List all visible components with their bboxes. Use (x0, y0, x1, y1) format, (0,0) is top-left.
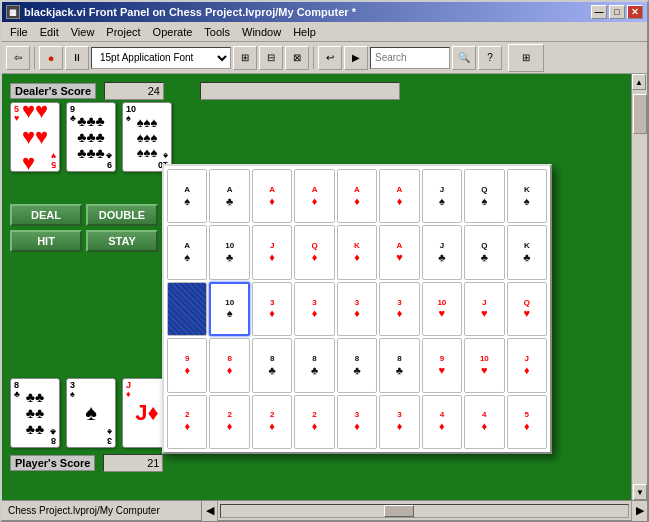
card-rank-tl: 9♣ (70, 105, 76, 123)
status-scroll-right[interactable]: ▶ (631, 501, 647, 521)
player-score-label: Player's Score (10, 455, 95, 471)
mini-card-37[interactable]: 2♦ (209, 395, 249, 449)
mini-card-16[interactable]: Q♣ (464, 225, 504, 279)
status-scroll-left[interactable]: ◀ (202, 501, 218, 521)
mini-card-34[interactable]: 10♥ (464, 338, 504, 392)
mini-card-44[interactable]: 5♦ (507, 395, 547, 449)
scrollbar-up-button[interactable]: ▲ (632, 74, 646, 90)
mini-card-35[interactable]: J♦ (507, 338, 547, 392)
mini-card-31[interactable]: 8♣ (337, 338, 377, 392)
status-scroll-thumb[interactable] (384, 505, 414, 517)
double-button[interactable]: DOUBLE (86, 204, 158, 226)
card-suit-center: ♥♥♥♥♥ (22, 102, 48, 172)
palette-button[interactable]: ⊞ (508, 44, 544, 72)
mini-card-6[interactable]: J♠ (422, 169, 462, 223)
mini-card-25[interactable]: J♥ (464, 282, 504, 336)
mini-card-29[interactable]: 8♣ (252, 338, 292, 392)
mini-card-17[interactable]: K♣ (507, 225, 547, 279)
distribute-button[interactable]: ⊟ (259, 46, 283, 70)
mini-card-10[interactable]: 10♣ (209, 225, 249, 279)
mini-card-33[interactable]: 9♥ (422, 338, 462, 392)
arrow-button[interactable]: ▶ (344, 46, 368, 70)
mini-card-8[interactable]: K♠ (507, 169, 547, 223)
player-score-row: Player's Score 21 (10, 454, 163, 472)
back-button[interactable]: ⇦ (6, 46, 30, 70)
mini-card-30[interactable]: 8♣ (294, 338, 334, 392)
mini-card-41[interactable]: 3♦ (379, 395, 419, 449)
mini-card-20[interactable]: 3♦ (252, 282, 292, 336)
resize-icon: ⊠ (293, 52, 301, 63)
menu-project[interactable]: Project (100, 24, 146, 40)
app-icon: ▦ (6, 5, 20, 19)
card-popup: A♠A♣A♦A♦A♦A♦J♠Q♠K♠A♠10♣J♦Q♦K♦A♥J♣Q♣K♣10♠… (162, 164, 552, 454)
menu-edit[interactable]: Edit (34, 24, 65, 40)
maximize-button[interactable]: □ (609, 5, 625, 19)
mini-card-18[interactable] (167, 282, 207, 336)
menu-tools[interactable]: Tools (198, 24, 236, 40)
run-icon: ● (48, 52, 55, 64)
menu-view[interactable]: View (65, 24, 101, 40)
mini-card-32[interactable]: 8♣ (379, 338, 419, 392)
mini-card-36[interactable]: 2♦ (167, 395, 207, 449)
mini-card-5[interactable]: A♦ (379, 169, 419, 223)
main-area: Dealer's Score 24 5♥ ♥♥♥♥♥ 5♥ 9♣ ♣♣♣♣ (2, 74, 647, 520)
scrollbar-down-button[interactable]: ▼ (633, 484, 647, 500)
content-area: Dealer's Score 24 5♥ ♥♥♥♥♥ 5♥ 9♣ ♣♣♣♣ (2, 74, 647, 500)
mini-card-0[interactable]: A♠ (167, 169, 207, 223)
dealer-card-1: 9♣ ♣♣♣♣♣♣♣♣♣ 9♣ (66, 102, 116, 172)
font-selector[interactable]: 15pt Application Font (91, 47, 231, 69)
align-button[interactable]: ⊞ (233, 46, 257, 70)
deal-button[interactable]: DEAL (10, 204, 82, 226)
mini-card-4[interactable]: A♦ (337, 169, 377, 223)
mini-card-3[interactable]: A♦ (294, 169, 334, 223)
menu-operate[interactable]: Operate (147, 24, 199, 40)
run-button[interactable]: ● (39, 46, 63, 70)
mini-card-9[interactable]: A♠ (167, 225, 207, 279)
mini-card-12[interactable]: Q♦ (294, 225, 334, 279)
card-rank-tl: 10♠ (126, 105, 136, 123)
close-button[interactable]: ✕ (627, 5, 643, 19)
mini-card-13[interactable]: K♦ (337, 225, 377, 279)
minimize-button[interactable]: — (591, 5, 607, 19)
status-scrollbar[interactable] (220, 504, 629, 518)
card-rank-br: 9♣ (106, 151, 112, 169)
search-input[interactable] (370, 47, 450, 69)
content-scrollbar[interactable]: ▲ ▼ (631, 74, 647, 500)
menu-file[interactable]: File (4, 24, 34, 40)
mini-card-14[interactable]: A♥ (379, 225, 419, 279)
card-rank-tl: 8♣ (14, 381, 20, 399)
dealer-indicator-bar (200, 82, 400, 100)
mini-card-38[interactable]: 2♦ (252, 395, 292, 449)
mini-card-23[interactable]: 3♦ (379, 282, 419, 336)
hit-button[interactable]: HIT (10, 230, 82, 252)
mini-card-19[interactable]: 10♠ (209, 282, 249, 336)
search-button[interactable]: 🔍 (452, 46, 476, 70)
mini-card-26[interactable]: Q♥ (507, 282, 547, 336)
mini-card-2[interactable]: A♦ (252, 169, 292, 223)
scrollbar-thumb[interactable] (633, 94, 647, 134)
mini-card-15[interactable]: J♣ (422, 225, 462, 279)
undo-button[interactable]: ↩ (318, 46, 342, 70)
pause-button[interactable]: ⏸ (65, 46, 89, 70)
help-button[interactable]: ? (478, 46, 502, 70)
mini-card-39[interactable]: 2♦ (294, 395, 334, 449)
mini-card-24[interactable]: 10♥ (422, 282, 462, 336)
mini-card-40[interactable]: 3♦ (337, 395, 377, 449)
mini-card-27[interactable]: 9♦ (167, 338, 207, 392)
menu-help[interactable]: Help (287, 24, 322, 40)
mini-card-7[interactable]: Q♠ (464, 169, 504, 223)
mini-card-1[interactable]: A♣ (209, 169, 249, 223)
card-suit-center: ♠ (85, 400, 97, 426)
stay-button[interactable]: STAY (86, 230, 158, 252)
card-suit-center: ♣♣♣♣♣♣♣♣♣ (77, 113, 105, 161)
mini-card-11[interactable]: J♦ (252, 225, 292, 279)
card-rank-tl: 3♠ (70, 381, 75, 399)
mini-card-43[interactable]: 4♦ (464, 395, 504, 449)
mini-card-22[interactable]: 3♦ (337, 282, 377, 336)
mini-card-42[interactable]: 4♦ (422, 395, 462, 449)
mini-card-28[interactable]: 8♦ (209, 338, 249, 392)
resize-button[interactable]: ⊠ (285, 46, 309, 70)
mini-card-21[interactable]: 3♦ (294, 282, 334, 336)
menu-window[interactable]: Window (236, 24, 287, 40)
title-bar: ▦ blackjack.vi Front Panel on Chess Proj… (2, 2, 647, 22)
